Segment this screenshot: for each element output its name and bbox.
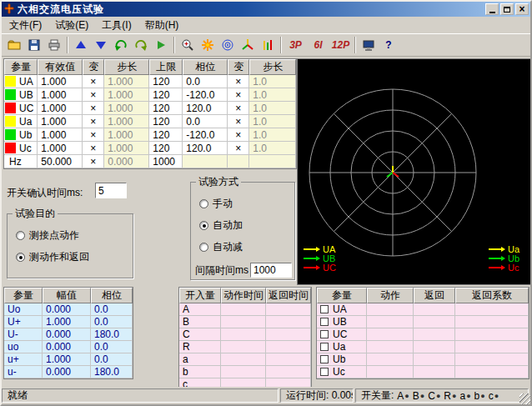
checkbox[interactable] <box>320 305 329 313</box>
limit-cell[interactable]: 1000 <box>149 155 183 168</box>
close-button[interactable] <box>515 3 529 15</box>
value-cell[interactable]: 1.000 <box>38 88 83 102</box>
phase-cell[interactable]: -120.0 <box>183 128 228 142</box>
value-cell[interactable]: 50.000 <box>38 155 83 168</box>
vary-toggle-cell[interactable]: × <box>83 142 104 155</box>
table-row: UA 1.000 × 1.000 120 0.0 × 1.0 <box>4 75 296 88</box>
phase-cell[interactable]: 120.0 <box>183 142 228 155</box>
zoom-button[interactable] <box>178 36 198 55</box>
vary-toggle-cell[interactable]: × <box>228 88 249 102</box>
value-cell[interactable]: 1.000 <box>38 75 83 88</box>
value-cell[interactable]: 1.000 <box>38 128 83 142</box>
arrowhead-icon <box>501 247 505 252</box>
table-row: U+1.0000.0 <box>4 316 133 328</box>
radio-option-contact-action[interactable]: 测接点动作 <box>16 228 133 243</box>
maximize-button[interactable] <box>500 3 514 15</box>
vary-toggle-cell[interactable]: × <box>228 142 249 155</box>
seq-amp: 0.000 <box>43 328 91 341</box>
mode-3p-button[interactable]: 3P <box>284 36 307 55</box>
legend-label: Uc <box>508 263 519 273</box>
open-button[interactable] <box>4 36 24 55</box>
radio-option-action-return[interactable]: 测动作和返回 <box>16 250 133 264</box>
start-button[interactable] <box>151 36 171 55</box>
radio-icon[interactable] <box>16 231 25 240</box>
redo-button[interactable] <box>131 36 151 55</box>
limit-cell[interactable]: 120 <box>149 115 183 128</box>
arrow-icon <box>304 258 316 259</box>
vary-toggle-cell[interactable]: × <box>228 102 249 115</box>
save-button[interactable] <box>24 36 44 55</box>
switch-confirm-input[interactable] <box>95 183 127 198</box>
vary-toggle-cell[interactable]: × <box>83 75 104 88</box>
value-cell[interactable]: 1.000 <box>38 142 83 155</box>
action-time-cell <box>221 303 266 316</box>
mode-6i-button[interactable]: 6I <box>307 36 329 55</box>
arrowhead-icon <box>501 256 505 261</box>
checkbox[interactable] <box>320 343 329 351</box>
param-label: UC <box>19 103 33 114</box>
radio-icon[interactable] <box>16 253 25 262</box>
vary-toggle-cell[interactable]: × <box>228 128 249 142</box>
vary-toggle-cell[interactable]: × <box>228 75 249 88</box>
limit-cell[interactable]: 120 <box>149 88 183 102</box>
value-cell[interactable]: 1.000 <box>38 102 83 115</box>
step-cell: 1.000 <box>104 142 149 155</box>
vary-toggle-cell[interactable]: × <box>83 115 104 128</box>
help-button[interactable]: ? <box>379 36 399 55</box>
switch-indicator-C: C● <box>428 390 440 402</box>
input-name: a <box>179 353 221 366</box>
radio-icon[interactable] <box>199 221 208 230</box>
lower-button[interactable] <box>91 36 111 55</box>
minimize-button[interactable] <box>485 3 499 15</box>
radio-option-manual[interactable]: 手动 <box>199 197 294 211</box>
vary-toggle-cell[interactable]: × <box>83 102 104 115</box>
vector-view-button[interactable] <box>238 36 258 55</box>
return-time-cell <box>266 353 311 366</box>
radio-option-auto-decrease[interactable]: 自动减 <box>199 240 294 254</box>
vary-toggle-cell[interactable]: × <box>228 115 249 128</box>
phase-cell[interactable]: -120.0 <box>183 88 228 102</box>
phase-cell[interactable]: 0.0 <box>183 75 228 88</box>
flash-button[interactable] <box>198 36 218 55</box>
phasor-view-button[interactable] <box>218 36 238 55</box>
bars-view-button[interactable] <box>258 36 278 55</box>
checkbox[interactable] <box>320 330 329 338</box>
limit-cell[interactable]: 120 <box>149 75 183 88</box>
radio-icon[interactable] <box>199 243 208 252</box>
menu-item-file[interactable]: 文件(F) <box>3 17 48 35</box>
resize-grip[interactable] <box>519 393 530 404</box>
param-label: Ua <box>19 116 32 128</box>
switch-input-table: 开入量 动作时间 返回时间 A B C R a b c <box>178 287 312 392</box>
phase-cell[interactable]: 120.0 <box>183 102 228 115</box>
table-row: u-0.000180.0 <box>4 366 133 378</box>
phase-cell[interactable]: 0.0 <box>183 115 228 128</box>
vary-toggle-cell[interactable]: × <box>83 155 104 168</box>
seq-name: uo <box>4 341 43 353</box>
limit-cell[interactable]: 120 <box>149 142 183 155</box>
checkbox[interactable] <box>320 318 329 326</box>
menu-item-help[interactable]: 帮助(H) <box>138 17 186 35</box>
radio-option-auto-increase[interactable]: 自动加 <box>199 218 294 233</box>
menu-item-tools[interactable]: 工具(I) <box>95 17 138 35</box>
menu-item-test[interactable]: 试验(E) <box>48 17 95 35</box>
limit-cell[interactable]: 120 <box>149 128 183 142</box>
checkbox[interactable] <box>320 368 329 376</box>
value-cell[interactable]: 1.000 <box>38 115 83 128</box>
raise-button[interactable] <box>71 36 91 55</box>
table-row: Hz 50.000 × 0.000 1000 <box>4 155 296 168</box>
magnifier-icon <box>181 38 194 52</box>
limit-cell[interactable]: 120 <box>149 102 183 115</box>
table-row: R <box>179 341 311 353</box>
seq-name: u+ <box>4 353 43 366</box>
display-button[interactable] <box>359 36 379 55</box>
printer-icon <box>48 38 61 52</box>
mode-12p-button[interactable]: 12P <box>329 36 352 55</box>
radio-icon[interactable] <box>199 199 208 208</box>
print-button[interactable] <box>44 36 64 55</box>
undo-button[interactable] <box>111 36 131 55</box>
step-cell <box>249 155 296 168</box>
vary-toggle-cell[interactable]: × <box>83 88 104 102</box>
interval-input[interactable] <box>250 263 292 278</box>
vary-toggle-cell[interactable]: × <box>83 128 104 142</box>
checkbox[interactable] <box>320 355 329 363</box>
